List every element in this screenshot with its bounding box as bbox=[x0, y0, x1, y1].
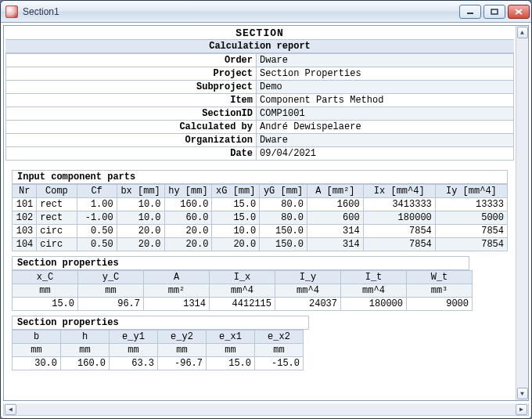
meta-value: Section Properties bbox=[257, 67, 514, 81]
cell: 60.0 bbox=[164, 211, 212, 225]
cell: mm bbox=[13, 344, 61, 357]
titlebar[interactable]: Section1 bbox=[1, 1, 531, 23]
column-header: Nr bbox=[13, 185, 37, 198]
cell: mm bbox=[61, 344, 110, 357]
cell: rect bbox=[37, 198, 77, 211]
cell: 150.0 bbox=[260, 225, 307, 238]
meta-value: Dware bbox=[257, 54, 514, 67]
meta-row: Calculated byAndré Dewispelaere bbox=[6, 121, 514, 134]
cell: 20.0 bbox=[164, 225, 212, 238]
cell: mm bbox=[78, 284, 144, 298]
cell: 7854 bbox=[435, 238, 507, 251]
cell: -96.7 bbox=[158, 357, 207, 370]
app-icon bbox=[5, 5, 18, 18]
cell: 80.0 bbox=[260, 198, 307, 211]
cell: mm^4 bbox=[341, 284, 407, 298]
cell: 160.0 bbox=[61, 357, 110, 370]
column-header: I_y bbox=[275, 271, 341, 284]
column-header: h bbox=[61, 331, 110, 344]
cell: 13333 bbox=[435, 198, 507, 211]
report-subheading: Calculation report bbox=[5, 39, 514, 53]
cell: 1.00 bbox=[77, 198, 117, 211]
table-row: 101rect1.0010.0160.015.080.0160034133331… bbox=[13, 198, 508, 211]
cell: 4412115 bbox=[210, 298, 275, 311]
meta-row: SubprojectDemo bbox=[6, 81, 514, 94]
horizontal-scrollbar[interactable]: ◀ ▶ bbox=[3, 403, 529, 416]
cell: 10.0 bbox=[117, 198, 164, 211]
scroll-right-button[interactable]: ▶ bbox=[516, 404, 527, 415]
column-header: x_C bbox=[13, 271, 78, 284]
column-header: y_C bbox=[78, 271, 144, 284]
cell: 1600 bbox=[307, 198, 364, 211]
meta-value: 09/04/2021 bbox=[257, 147, 514, 161]
cell: circ bbox=[37, 238, 77, 251]
cell: 102 bbox=[13, 211, 37, 225]
cell: 9000 bbox=[407, 298, 473, 311]
cell: 600 bbox=[307, 211, 364, 225]
props1-title: Section properties bbox=[12, 256, 469, 270]
cell: 20.0 bbox=[117, 238, 164, 251]
meta-label: Subproject bbox=[6, 81, 257, 94]
window-title: Section1 bbox=[23, 6, 459, 17]
column-header: e_y1 bbox=[110, 331, 158, 344]
scroll-up-button[interactable]: ▲ bbox=[517, 27, 528, 38]
meta-label: Project bbox=[6, 67, 257, 81]
maximize-button[interactable] bbox=[483, 5, 505, 19]
props1-table: x_Cy_CAI_xI_yI_tW_t mmmmmm²mm^4mm^4mm^4m… bbox=[12, 270, 473, 311]
cell: 180000 bbox=[341, 298, 407, 311]
column-header: Comp bbox=[37, 185, 77, 198]
cell: 314 bbox=[307, 225, 364, 238]
window-frame: Section1 SECTION Calculation report Orde… bbox=[0, 0, 532, 419]
parts-table: NrCompCfbx [mm]hy [mm]xG [mm]yG [mm]A [m… bbox=[12, 184, 508, 251]
meta-label: Order bbox=[6, 54, 257, 67]
table-row: 104circ0.5020.020.020.0150.031478547854 bbox=[13, 238, 508, 251]
column-header: e_x1 bbox=[207, 331, 255, 344]
maximize-icon bbox=[491, 9, 498, 15]
meta-label: Date bbox=[6, 147, 257, 161]
report-content: SECTION Calculation report OrderDwarePro… bbox=[4, 26, 516, 400]
meta-value: Demo bbox=[257, 81, 514, 94]
meta-label: SectionID bbox=[6, 107, 257, 121]
svg-rect-1 bbox=[491, 9, 498, 14]
cell: 7854 bbox=[363, 238, 435, 251]
column-header: xG [mm] bbox=[212, 185, 260, 198]
cell: -15.0 bbox=[255, 357, 304, 370]
column-header: A bbox=[144, 271, 210, 284]
meta-row: OrderDware bbox=[6, 54, 514, 67]
close-button[interactable] bbox=[508, 5, 530, 19]
minimize-button[interactable] bbox=[459, 5, 481, 19]
meta-row: ItemComponent Parts Method bbox=[6, 94, 514, 107]
cell: 314 bbox=[307, 238, 364, 251]
cell: 104 bbox=[13, 238, 37, 251]
column-header: Cf bbox=[77, 185, 117, 198]
cell: rect bbox=[37, 211, 77, 225]
cell: 7854 bbox=[363, 225, 435, 238]
cell: 0.50 bbox=[77, 225, 117, 238]
vertical-scrollbar[interactable]: ▲ ▼ bbox=[516, 26, 528, 400]
table-row: 103circ0.5020.020.010.0150.031478547854 bbox=[13, 225, 508, 238]
cell: 15.0 bbox=[212, 211, 260, 225]
meta-row: ProjectSection Properties bbox=[6, 67, 514, 81]
cell: 3413333 bbox=[363, 198, 435, 211]
scroll-down-button[interactable]: ▼ bbox=[517, 388, 528, 399]
cell: -1.00 bbox=[77, 211, 117, 225]
scroll-left-button[interactable]: ◀ bbox=[5, 404, 16, 415]
meta-row: OrganizationDware bbox=[6, 134, 514, 147]
cell: 15.0 bbox=[13, 298, 78, 311]
column-header: e_y2 bbox=[158, 331, 207, 344]
cell: 15.0 bbox=[212, 198, 260, 211]
cell: circ bbox=[37, 225, 77, 238]
close-icon bbox=[515, 9, 523, 15]
column-header: Ix [mm^4] bbox=[363, 185, 435, 198]
meta-row: SectionIDCOMP1001 bbox=[6, 107, 514, 121]
cell: 160.0 bbox=[164, 198, 212, 211]
cell: 5000 bbox=[435, 211, 507, 225]
meta-table: OrderDwareProjectSection PropertiesSubpr… bbox=[5, 53, 514, 161]
cell: 63.3 bbox=[110, 357, 158, 370]
cell: 96.7 bbox=[78, 298, 144, 311]
cell: 103 bbox=[13, 225, 37, 238]
cell: 30.0 bbox=[13, 357, 61, 370]
cell: 0.50 bbox=[77, 238, 117, 251]
minimize-icon bbox=[466, 9, 474, 15]
column-header: bx [mm] bbox=[117, 185, 164, 198]
